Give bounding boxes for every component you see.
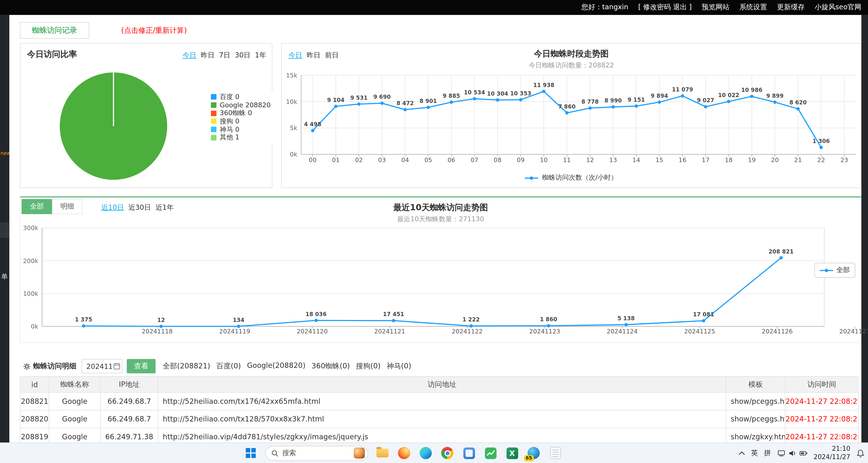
svg-text:17 451: 17 451: [383, 311, 404, 317]
taskbar-center-group: 搜索 X 65: [244, 443, 562, 463]
svg-text:22: 22: [817, 157, 825, 164]
excel-icon[interactable]: X: [505, 446, 519, 460]
spider-filter[interactable]: 全部(208821): [163, 361, 210, 371]
svg-text:100k: 100k: [23, 290, 38, 297]
svg-text:10 022: 10 022: [718, 92, 739, 98]
windows-start-button[interactable]: [244, 446, 258, 460]
pie-legend-item[interactable]: Google 208820: [211, 101, 271, 109]
hourly-chart-legend[interactable]: 蜘蛛访问次数（次/小时）: [282, 173, 861, 183]
svg-text:10 304: 10 304: [487, 91, 508, 97]
pie-legend-item[interactable]: 百度 0: [211, 93, 271, 101]
svg-text:19: 19: [748, 157, 756, 164]
ime-indicator-pinyin[interactable]: 拼: [764, 448, 771, 458]
edge-icon[interactable]: [418, 446, 433, 460]
svg-text:20: 20: [771, 157, 779, 164]
svg-text:13: 13: [609, 157, 617, 164]
notification-bell-icon[interactable]: [856, 449, 865, 457]
pie-range-link[interactable]: 30日: [235, 51, 250, 60]
svg-text:300k: 300k: [23, 224, 38, 232]
detail-filter-row: 蜘蛛访问明细 查看 全部(208821)百度(0)Google(208820)3…: [23, 358, 411, 374]
pie-range-link[interactable]: 1年: [255, 51, 266, 60]
view-button[interactable]: 查看: [127, 359, 156, 373]
svg-text:07: 07: [471, 157, 478, 164]
table-cell: show/pceggs.html: [726, 392, 785, 410]
pie-legend-item[interactable]: 360蜘蛛 0: [211, 109, 271, 117]
svg-text:05: 05: [425, 157, 432, 164]
battery-icon: [799, 449, 808, 457]
taskbar-clock[interactable]: 21:10 2024/11/27: [814, 445, 850, 461]
svg-text:17 081: 17 081: [693, 311, 714, 318]
svg-text:00: 00: [309, 157, 316, 164]
daily-line-chart[interactable]: 0k100k200k300k20241118202411192024112020…: [24, 224, 860, 337]
windows-taskbar: 搜索 X 65 英 拼: [0, 442, 868, 463]
table-cell: show/pceggs.html: [726, 410, 785, 428]
svg-text:02: 02: [355, 157, 363, 164]
chrome-icon[interactable]: [440, 446, 455, 460]
daily-trend-section: 全部明细 近10日近30日近1年 最近10天蜘蛛访问走势图 最近10天蜘蛛数量：…: [20, 196, 861, 343]
table-header-cell: 蜘蛛名称: [49, 376, 100, 393]
daily-legend-label: 全部: [836, 265, 850, 275]
table-cell: Google: [49, 410, 100, 428]
pie-legend-item[interactable]: 神马 0: [211, 125, 271, 133]
browser-with-badge-icon[interactable]: 65: [526, 446, 541, 460]
search-icon: [271, 449, 278, 456]
table-cell: http://52heiliao.com/tx128/570xx8x3k7.ht…: [158, 410, 726, 428]
spider-filter[interactable]: 百度(0): [216, 361, 241, 371]
spider-visit-table: id蜘蛛名称IP地址访问地址模板访问时间 208821Google66.249.…: [20, 376, 859, 446]
file-explorer-icon[interactable]: [375, 446, 390, 460]
seo-tool-icon[interactable]: [483, 446, 498, 460]
topbar-link[interactable]: [ 修改密码 退出 ]: [638, 3, 692, 12]
svg-text:8 620: 8 620: [789, 99, 807, 106]
firefox-icon[interactable]: [397, 446, 411, 460]
pie-range-link[interactable]: 7日: [219, 51, 230, 60]
svg-text:18: 18: [725, 157, 733, 164]
table-cell: http://52heiliao.com/tx176/42xx65mfa.htm…: [158, 392, 726, 410]
taskbar-search-box[interactable]: 搜索: [265, 445, 368, 461]
svg-text:14: 14: [632, 157, 640, 164]
tab-spider-visit-log[interactable]: 蜘蛛访问记录: [20, 22, 89, 39]
table-header-row: id蜘蛛名称IP地址访问地址模板访问时间: [20, 376, 859, 393]
topbar-link[interactable]: 小旋风seo官网: [815, 3, 861, 12]
pie-legend-item[interactable]: 搜狗 0: [211, 117, 271, 125]
hourly-line-chart[interactable]: 0k5k10k15k000102030405060708091011121314…: [282, 70, 861, 169]
search-highlight-icon[interactable]: [354, 448, 365, 459]
spider-filter[interactable]: 搜狗(0): [356, 361, 381, 371]
svg-text:9 885: 9 885: [443, 93, 460, 99]
calendar-icon[interactable]: [114, 363, 120, 371]
legend-swatch-icon: [211, 135, 217, 140]
ime-indicator-en[interactable]: 英: [751, 448, 758, 458]
pie-panel: 今日访问比率 今日昨日7日30日1年 百度 0Google 208820360蜘…: [20, 43, 272, 188]
spider-filter[interactable]: 360蜘蛛(0): [312, 361, 350, 371]
spider-filter[interactable]: 神马(0): [386, 361, 411, 371]
spider-filter-links: 全部(208821)百度(0)Google(208820)360蜘蛛(0)搜狗(…: [163, 361, 411, 371]
table-cell: 66.249.68.7: [100, 410, 158, 428]
calculator-icon[interactable]: [462, 446, 476, 460]
line-series-marker-icon: [820, 267, 833, 273]
svg-text:8 472: 8 472: [397, 100, 414, 106]
legend-swatch-icon: [211, 127, 217, 132]
topbar-link[interactable]: 系统设置: [739, 3, 767, 12]
svg-text:9 899: 9 899: [766, 93, 784, 99]
daily-chart-subtitle: 最近10天蜘蛛数量：271130: [21, 214, 861, 224]
spider-filter[interactable]: Google(208820): [247, 361, 306, 371]
recalc-link[interactable]: (点击修正/重新计算): [121, 26, 187, 35]
topbar-link[interactable]: 预览网站: [702, 3, 729, 12]
tray-date: 2024/11/27: [814, 453, 850, 461]
pie-legend-item[interactable]: 其他 1: [211, 133, 271, 141]
search-placeholder: 搜索: [282, 448, 350, 458]
svg-text:4 498: 4 498: [304, 121, 321, 127]
tray-time: 21:10: [832, 445, 850, 453]
pie-range-link[interactable]: 今日: [183, 51, 196, 60]
pie-chart[interactable]: [58, 71, 169, 181]
gear-icon: [23, 363, 30, 370]
pie-range-link[interactable]: 昨日: [201, 51, 215, 60]
svg-text:21: 21: [794, 157, 802, 164]
system-tray-icons[interactable]: [777, 449, 807, 457]
network-icon: [777, 449, 785, 457]
svg-text:20241126: 20241126: [762, 328, 793, 335]
daily-chart-legend[interactable]: 全部: [814, 263, 855, 278]
notepad-icon[interactable]: [548, 446, 562, 460]
svg-text:20241118: 20241118: [142, 328, 173, 335]
topbar-link[interactable]: 更新缓存: [777, 3, 805, 12]
tray-chevron-up-icon[interactable]: [738, 451, 745, 455]
